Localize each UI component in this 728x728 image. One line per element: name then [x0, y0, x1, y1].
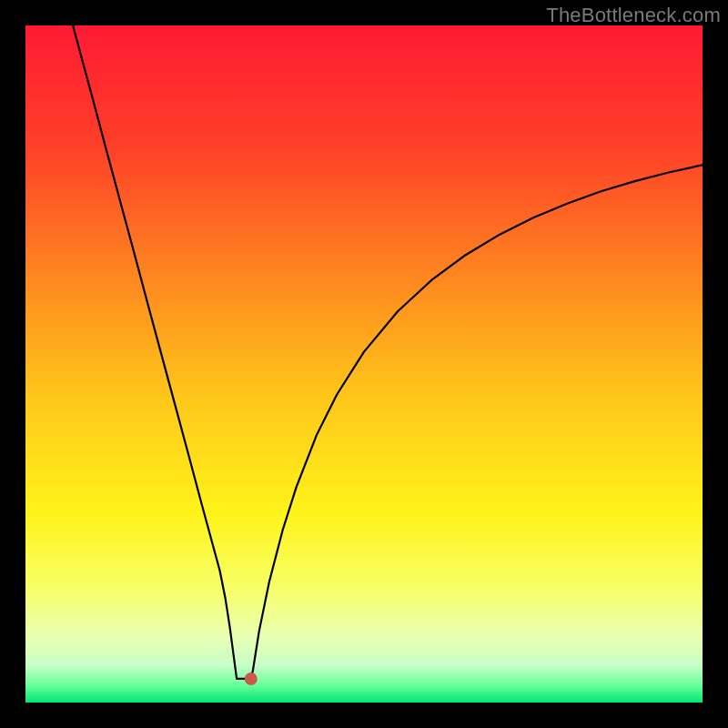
optimal-point-marker [245, 672, 258, 685]
bottleneck-chart [25, 25, 703, 703]
chart-stage: TheBottleneck.com [0, 0, 728, 728]
chart-background [25, 25, 703, 703]
watermark-text: TheBottleneck.com [546, 4, 721, 27]
